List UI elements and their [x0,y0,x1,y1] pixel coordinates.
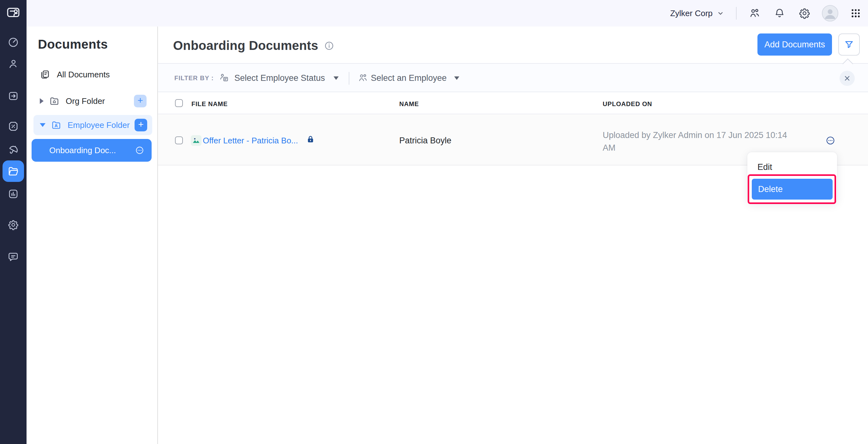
add-employee-folder-button[interactable]: + [134,119,147,131]
select-an-employee-dropdown[interactable]: Select an Employee [371,73,446,83]
folder-options-icon[interactable] [135,146,144,155]
sidebar-title: Documents [38,37,108,52]
employee-folder-icon [51,120,61,130]
table-header: FILE NAME NAME UPLOADED ON [158,92,868,114]
rail-settings-icon[interactable] [0,219,27,230]
company-name: Zylker Corp [670,8,713,18]
dropdown-caret-icon[interactable] [334,76,339,80]
lock-icon [306,135,315,144]
documents-stack-icon [40,69,50,80]
uploaded-on-cell: Uploaded by Zylker Admin on 17 Jun 2025 … [603,129,797,154]
funnel-icon [844,40,854,49]
employee-icon [358,73,368,83]
add-org-folder-button[interactable]: + [134,95,147,107]
app: Zylker Corp [0,0,868,444]
page-title: Onboarding Documents [173,38,318,53]
rail-time-icon[interactable] [0,37,27,48]
org-folder-icon [49,96,59,106]
sidebar-item-org-folder[interactable]: Org Folder + [27,93,158,109]
topbar: Zylker Corp [27,0,868,27]
info-icon[interactable] [324,41,334,51]
sidebar-item-label: Onboarding Doc... [49,146,116,155]
sidebar-item-employee-folder[interactable]: Employee Folder + [33,115,152,135]
rail-leave-icon[interactable] [0,90,27,102]
settings-icon[interactable] [799,7,810,19]
employee-status-icon [219,73,229,83]
column-file-name: FILE NAME [191,100,228,108]
row-actions-menu: Edit Delete [747,152,837,203]
sidebar-item-label: All Documents [57,70,110,80]
rail-reports-icon[interactable] [0,188,27,199]
filter-divider [349,72,349,85]
apps-grid-icon[interactable] [850,8,861,19]
app-rail [0,0,27,444]
add-documents-button[interactable]: Add Documents [757,33,832,56]
close-icon [843,74,851,82]
chevron-right-icon[interactable] [40,98,43,104]
select-employee-status-dropdown[interactable]: Select Employee Status [235,73,325,83]
rail-benefits-icon[interactable] [0,145,27,156]
rail-files-icon[interactable] [2,160,24,182]
file-link[interactable]: Offer Letter - Patricia Bo... [203,136,298,146]
people-icon[interactable] [749,7,761,19]
documents-sidebar: Documents All Documents Org Folder + Emp… [27,27,158,444]
topbar-divider [736,7,737,20]
sidebar-item-all-documents[interactable]: All Documents [27,66,158,83]
chevron-down-icon[interactable] [40,123,45,127]
column-name: NAME [399,100,419,108]
close-filter-button[interactable] [840,71,855,86]
avatar[interactable] [822,5,838,22]
notifications-icon[interactable] [774,7,785,19]
menu-item-edit[interactable]: Edit [757,162,772,172]
column-uploaded-on: UPLOADED ON [603,100,652,108]
row-checkbox[interactable] [175,136,183,144]
image-file-icon [191,135,202,146]
sidebar-item-label: Employee Folder [68,120,130,130]
row-actions-button[interactable] [826,136,835,145]
app-logo-icon[interactable] [0,0,27,27]
sidebar-item-label: Org Folder [66,96,105,106]
dropdown-caret-icon[interactable] [454,76,459,80]
chevron-down-icon [717,10,724,17]
employee-name-cell: Patricia Boyle [399,136,452,146]
company-switcher[interactable]: Zylker Corp [670,8,724,18]
rail-people-icon[interactable] [0,58,27,69]
filter-button[interactable] [838,33,860,56]
main-content: Onboarding Documents Add Documents FILTE… [158,27,868,444]
rail-attendance-icon[interactable] [0,121,27,132]
filter-by-label: FILTER BY : [174,74,214,82]
select-all-checkbox[interactable] [175,99,183,107]
sidebar-item-onboarding-documents[interactable]: Onboarding Doc... [32,139,152,162]
menu-item-delete[interactable]: Delete [752,179,833,199]
rail-chat-icon[interactable] [0,251,27,263]
filter-panel: FILTER BY : Select Employee Status Selec… [158,63,868,92]
